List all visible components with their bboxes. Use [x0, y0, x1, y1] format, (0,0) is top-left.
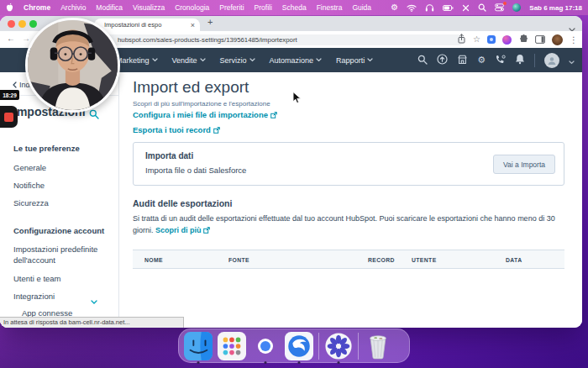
menu-item-scheda[interactable]: Scheda [282, 3, 307, 12]
menu-item-visualizza[interactable]: Visualizza [133, 3, 165, 12]
browser-menu-icon[interactable]: ⋮ [570, 35, 578, 45]
configure-import-files-link[interactable]: Configura i miei file di importazione [133, 110, 277, 119]
input-source-icon[interactable] [462, 4, 470, 12]
menu-item-modifica[interactable]: Modifica [96, 3, 123, 12]
dock [178, 329, 410, 363]
sidebar-section-preferenze: Le tue preferenze [13, 144, 80, 153]
hubspot-content: Indietro Impostazioni Le tue preferenze … [0, 72, 582, 328]
toolbar-icons: ☆ ⋮ [457, 31, 578, 48]
search-icon[interactable] [417, 53, 428, 68]
extensions-puzzle-icon[interactable] [518, 32, 528, 47]
page-title: Import ed export [133, 78, 249, 97]
menu-item-cronologia[interactable]: Cronologia [175, 3, 209, 12]
menu-item-preferiti[interactable]: Preferiti [219, 3, 244, 12]
calling-icon[interactable] [495, 53, 506, 68]
recording-stop-button[interactable] [0, 106, 18, 128]
dock-recorder-flower-icon[interactable] [324, 332, 353, 360]
sidebar-item-sicurezza[interactable]: Sicurezza [13, 197, 108, 208]
sidebar-item-notifiche[interactable]: Notifiche [13, 180, 108, 191]
settings-gear-icon[interactable]: ⚙ [477, 55, 486, 65]
audit-description: Si tratta di un audit delle esportazioni… [133, 213, 566, 236]
column-fonte: FONTE [228, 257, 249, 263]
dock-divider [318, 333, 319, 360]
recording-timer: 18:29 [0, 90, 19, 100]
nav-item-vendite[interactable]: Vendite [172, 56, 206, 65]
card-title: Importa dati [145, 151, 193, 160]
new-tab-button[interactable]: + [207, 17, 213, 27]
apple-menu-icon[interactable] [6, 3, 13, 13]
hubspot-nav-menu: Marketing Vendite Servizio Automazione R… [96, 48, 373, 72]
integrazioni-chevron-icon[interactable] [91, 292, 97, 308]
nav-item-marketing[interactable]: Marketing [116, 56, 158, 65]
hubspot-nav-tools: ⚙ [417, 48, 575, 72]
headphones-icon[interactable] [425, 3, 434, 12]
forward-button[interactable]: → [22, 34, 30, 43]
sidebar-item-generale[interactable]: Generale [13, 162, 108, 173]
wifi-icon[interactable] [407, 3, 417, 12]
browser-tab[interactable]: Impostazioni di espo × [94, 18, 200, 31]
card-subtitle: Importa file o dati Salesforce [145, 166, 246, 175]
import-data-card: Importa dati Importa file o dati Salesfo… [133, 142, 564, 186]
extension-blue-icon[interactable] [487, 35, 496, 44]
nav-item-servizio[interactable]: Servizio [220, 56, 255, 65]
go-to-import-button[interactable]: Vai a Importa [493, 155, 555, 174]
control-center-icon[interactable] [495, 3, 504, 12]
nav-divider [534, 54, 535, 67]
dock-launchpad-icon[interactable] [218, 332, 246, 360]
user-menu-chevron-icon[interactable] [569, 53, 575, 68]
webcam-overlay [25, 18, 120, 113]
sidebar-search-icon[interactable] [89, 108, 99, 123]
column-record: RECORD [368, 257, 395, 263]
dock-finder-icon[interactable] [184, 332, 213, 360]
menu-bar-app-icon[interactable] [512, 3, 521, 12]
sidebar-item-utenti-e-team[interactable]: Utenti e team [13, 273, 108, 284]
menu-item-guida[interactable]: Guida [352, 3, 371, 12]
menu-bar-clock[interactable]: Sab 6 mag 17:18 [529, 4, 582, 12]
menu-bar: Chrome Archivio Modifica Visualizza Cron… [0, 0, 588, 15]
stop-icon [4, 113, 13, 122]
gear-icon[interactable]: ⚙ [391, 3, 398, 12]
export-records-link[interactable]: Esporta i tuoi record [133, 125, 220, 134]
menu-item-finestra[interactable]: Finestra [317, 3, 343, 12]
marketplace-icon[interactable] [457, 53, 468, 68]
tab-close-icon[interactable]: × [191, 21, 195, 29]
minimize-window-button[interactable] [18, 20, 26, 28]
dock-chrome-icon[interactable] [251, 332, 280, 360]
audit-section-title: Audit delle esportazioni [133, 198, 232, 208]
sidebar-section-configurazione: Configurazione account [13, 226, 104, 235]
dock-thunderbird-icon[interactable] [285, 332, 313, 360]
presenter-portrait [28, 20, 118, 110]
menu-item-profili[interactable]: Profili [255, 3, 272, 12]
column-data: DATA [506, 257, 522, 263]
spotlight-icon[interactable] [478, 3, 486, 12]
dock-trash-icon[interactable] [364, 332, 392, 360]
column-nome: NOME [144, 257, 163, 263]
menu-item-archivio[interactable]: Archivio [60, 3, 86, 12]
back-button[interactable]: ← [7, 34, 15, 43]
notification-dot [503, 2, 507, 5]
zoom-window-button[interactable] [29, 20, 37, 28]
learn-more-link[interactable]: Scopri di più [155, 226, 210, 234]
url-text[interactable]: hubspot.com/sales-products-settings/1395… [118, 36, 297, 44]
browser-profile-avatar[interactable] [552, 34, 563, 45]
audit-table-header: NOME FONTE RECORD UTENTE DATA [133, 250, 564, 269]
close-window-button[interactable] [8, 20, 15, 28]
dock-divider [358, 333, 359, 360]
page-subtitle: Scopri di più sull'importazione e l'espo… [133, 100, 270, 108]
battery-icon[interactable] [443, 4, 454, 12]
nav-item-rapporti[interactable]: Rapporti [336, 56, 373, 65]
share-icon[interactable] [457, 32, 466, 47]
import-export-page: Import ed export Scopri di più sull'impo… [119, 72, 582, 328]
upgrade-icon[interactable] [437, 53, 448, 68]
sidebar-item-impostazioni-predefinite[interactable]: Impostazioni predefinite dell'account [13, 244, 108, 265]
menu-item-chrome[interactable]: Chrome [24, 3, 50, 12]
extension-pink-icon[interactable] [502, 35, 512, 45]
nav-item-automazione[interactable]: Automazione [270, 56, 323, 65]
browser-status-bar: In attesa di risposta da bam-cell.nr-dat… [0, 317, 184, 328]
tab-title: Impostazioni di espo [104, 21, 188, 29]
side-panel-icon[interactable] [535, 32, 545, 47]
bookmark-star-icon[interactable]: ☆ [473, 35, 480, 44]
notifications-bell-icon[interactable] [515, 53, 525, 68]
user-avatar[interactable] [544, 53, 559, 68]
column-utente: UTENTE [412, 257, 437, 263]
